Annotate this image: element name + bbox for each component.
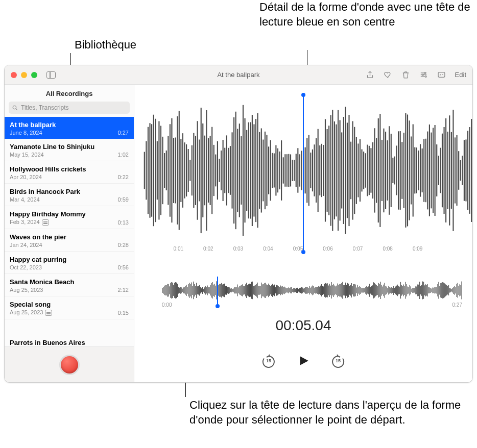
sidebar-toggle-icon[interactable] bbox=[46, 71, 56, 79]
share-icon[interactable] bbox=[366, 70, 374, 79]
timeline-tick bbox=[442, 246, 472, 258]
timeline-tick: 0:08 bbox=[383, 246, 413, 258]
recording-duration: 0:27 bbox=[118, 130, 129, 136]
recording-title: At the ballpark bbox=[10, 121, 129, 129]
search-placeholder: Titles, Transcripts bbox=[21, 104, 69, 111]
transcript-badge-icon bbox=[45, 310, 52, 316]
recording-date: Apr 20, 2024 bbox=[10, 174, 42, 180]
svg-rect-3 bbox=[438, 72, 445, 78]
recording-title: Happy cat purring bbox=[10, 256, 129, 263]
playhead-overview[interactable] bbox=[217, 277, 218, 305]
main-panel: 0:010:020:030:040:050:060:070:080:09 0:0… bbox=[134, 85, 472, 382]
app-window: At the ballpark Edit All Recordings bbox=[4, 65, 473, 383]
recording-duration: 1:02 bbox=[118, 152, 129, 158]
playback-controls: 15 15 bbox=[134, 354, 472, 369]
timeline-tick: 0:03 bbox=[233, 246, 264, 258]
recording-date: May 15, 2024 bbox=[10, 152, 44, 158]
recording-duration: 0:22 bbox=[118, 174, 129, 180]
window-controls bbox=[11, 72, 37, 78]
record-button[interactable] bbox=[59, 355, 80, 375]
playhead-detail[interactable] bbox=[303, 95, 304, 252]
overview-start: 0:00 bbox=[162, 302, 172, 308]
close-window-button[interactable] bbox=[11, 72, 17, 78]
list-item[interactable]: Happy Birthday MommyFeb 3, 20240:13 bbox=[5, 206, 134, 229]
time-display: 00:05.04 bbox=[134, 317, 472, 334]
recording-duration: 0:28 bbox=[118, 242, 129, 248]
list-item[interactable]: Special songAug 25, 20230:15 bbox=[5, 296, 134, 319]
recording-title: Hollywood Hills crickets bbox=[10, 165, 129, 173]
list-item[interactable]: Hollywood Hills cricketsApr 20, 20240:22 bbox=[5, 161, 134, 184]
timeline-tick: 0:02 bbox=[203, 246, 233, 258]
edit-button[interactable]: Edit bbox=[455, 71, 466, 79]
waveform-detail[interactable] bbox=[144, 99, 472, 242]
svg-point-0 bbox=[424, 72, 426, 74]
timeline: 0:010:020:030:040:050:060:070:080:09 bbox=[144, 246, 472, 258]
list-item[interactable]: Happy cat purringOct 22, 20230:56 bbox=[5, 252, 134, 274]
recording-date: Aug 25, 2023 bbox=[10, 309, 52, 316]
list-item[interactable]: At the ballparkJune 8, 20240:27 bbox=[5, 117, 134, 139]
timeline-tick: 0:04 bbox=[263, 246, 293, 258]
annotation-library: Bibliothèque bbox=[75, 38, 136, 53]
recording-title: Santa Monica Beach bbox=[10, 278, 129, 286]
sidebar-title: All Recordings bbox=[5, 85, 134, 102]
timeline-tick bbox=[144, 246, 174, 258]
play-button[interactable] bbox=[297, 354, 310, 369]
list-item[interactable]: Waves on the pierJan 24, 20240:28 bbox=[5, 229, 134, 252]
recording-title: Birds in Hancock Park bbox=[10, 188, 129, 195]
titlebar: At the ballpark Edit bbox=[5, 65, 472, 85]
annotation-detail: Détail de la forme d'onde avec une tête … bbox=[259, 0, 474, 29]
recording-date: Oct 22, 2023 bbox=[10, 264, 42, 270]
recording-title: Special song bbox=[10, 301, 129, 308]
recording-date: Jan 24, 2024 bbox=[10, 242, 42, 248]
recording-duration: 0:59 bbox=[118, 196, 129, 203]
svg-point-4 bbox=[13, 106, 16, 109]
svg-point-1 bbox=[422, 74, 423, 76]
list-item[interactable]: Santa Monica BeachAug 25, 20232:12 bbox=[5, 274, 134, 296]
list-item[interactable]: Birds in Hancock ParkMar 4, 20240:59 bbox=[5, 184, 134, 206]
recording-duration: 0:13 bbox=[118, 219, 129, 226]
skip-back-button[interactable]: 15 bbox=[261, 354, 276, 369]
svg-point-2 bbox=[425, 76, 426, 78]
list-item[interactable]: Yamanote Line to ShinjukuMay 15, 20241:0… bbox=[5, 139, 134, 161]
skip-forward-button[interactable]: 15 bbox=[330, 354, 346, 369]
toolbar: Edit bbox=[366, 70, 466, 79]
settings-icon[interactable] bbox=[419, 70, 428, 79]
maximize-window-button[interactable] bbox=[31, 72, 37, 78]
skip-forward-label: 15 bbox=[330, 358, 346, 363]
recording-date: June 8, 2024 bbox=[10, 130, 42, 136]
search-icon bbox=[12, 105, 18, 111]
transcript-icon[interactable] bbox=[437, 70, 446, 79]
recording-duration: 0:56 bbox=[118, 264, 129, 270]
timeline-tick: 0:06 bbox=[323, 246, 353, 258]
recording-title: Yamanote Line to Shinjuku bbox=[10, 143, 129, 151]
recording-date: Mar 4, 2024 bbox=[10, 196, 40, 203]
recording-duration: 2:12 bbox=[118, 287, 129, 293]
recording-title: Happy Birthday Mommy bbox=[10, 210, 129, 218]
recording-duration: 0:15 bbox=[118, 310, 129, 316]
annotation-overview: Cliquez sur la tête de lecture dans l'ap… bbox=[189, 398, 465, 427]
recordings-list: At the ballparkJune 8, 20240:27Yamanote … bbox=[5, 117, 134, 335]
transcript-badge-icon bbox=[42, 219, 49, 226]
minimize-window-button[interactable] bbox=[21, 72, 27, 78]
record-area bbox=[5, 346, 134, 382]
timeline-tick: 0:05 bbox=[293, 246, 323, 258]
timeline-tick: 0:07 bbox=[353, 246, 383, 258]
overview-end: 0:27 bbox=[452, 302, 462, 308]
overview-times: 0:00 0:27 bbox=[162, 302, 462, 308]
waveform-overview[interactable] bbox=[162, 280, 462, 301]
recording-date: Aug 25, 2023 bbox=[10, 287, 43, 293]
favorite-icon[interactable] bbox=[384, 70, 392, 79]
recording-date: Feb 3, 2024 bbox=[10, 219, 49, 226]
recording-title: Waves on the pier bbox=[10, 233, 129, 241]
timeline-tick: 0:09 bbox=[413, 246, 443, 258]
search-input[interactable]: Titles, Transcripts bbox=[9, 102, 130, 114]
list-item-partial[interactable]: Parrots in Buenos Aires bbox=[5, 335, 134, 346]
skip-back-label: 15 bbox=[261, 358, 276, 363]
timeline-tick: 0:01 bbox=[174, 246, 204, 258]
trash-icon[interactable] bbox=[401, 70, 410, 79]
sidebar: All Recordings Titles, Transcripts At th… bbox=[5, 85, 134, 382]
